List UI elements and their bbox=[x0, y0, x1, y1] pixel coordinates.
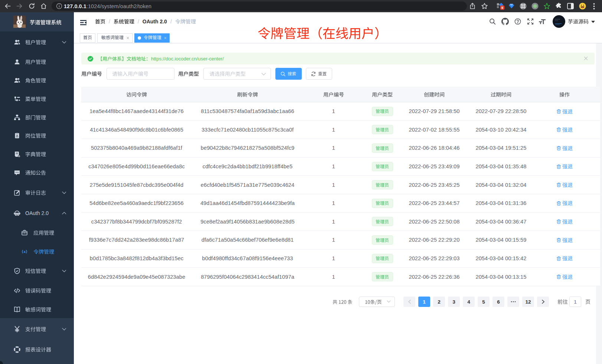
svg-text:a: a bbox=[24, 249, 26, 253]
svg-text:9: 9 bbox=[501, 6, 503, 10]
